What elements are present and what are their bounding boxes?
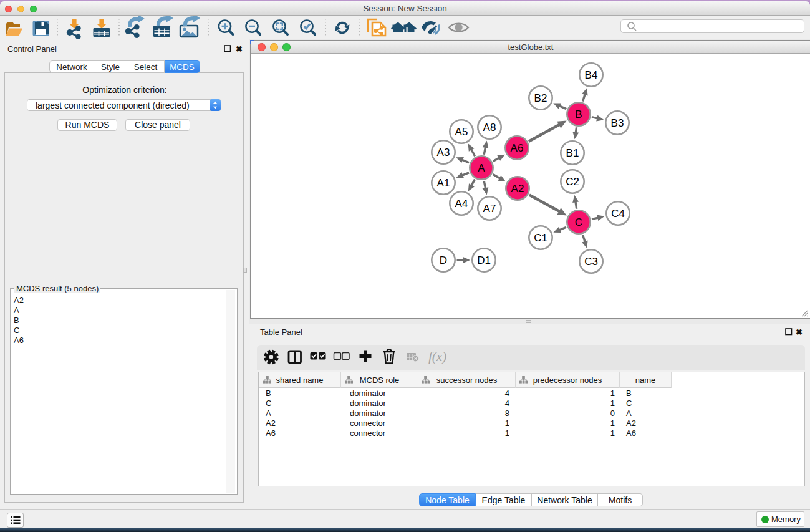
svg-text:D: D (440, 254, 447, 266)
svg-text:C4: C4 (611, 208, 625, 220)
svg-text:D1: D1 (477, 254, 491, 266)
svg-text:A2: A2 (511, 183, 524, 195)
svg-text:A5: A5 (455, 126, 468, 138)
svg-text:B1: B1 (566, 147, 579, 159)
svg-text:C3: C3 (584, 256, 598, 268)
svg-text:B3: B3 (611, 117, 624, 129)
svg-text:C2: C2 (566, 176, 579, 188)
svg-text:✖: ✖ (796, 327, 803, 337)
svg-text:C1: C1 (534, 232, 547, 244)
svg-text:A: A (478, 162, 485, 174)
svg-text:f(x): f(x) (428, 349, 446, 364)
svg-text:A8: A8 (483, 122, 496, 133)
svg-text:C: C (575, 216, 582, 228)
svg-text:A1: A1 (437, 177, 450, 189)
svg-text:B2: B2 (534, 92, 547, 104)
svg-text:A7: A7 (483, 203, 496, 215)
svg-text:B: B (575, 109, 582, 120)
svg-text:A6: A6 (511, 142, 524, 154)
svg-text:A4: A4 (455, 198, 468, 210)
svg-text:✖: ✖ (236, 44, 243, 54)
svg-text:B4: B4 (585, 69, 598, 81)
svg-text:A3: A3 (437, 147, 450, 158)
